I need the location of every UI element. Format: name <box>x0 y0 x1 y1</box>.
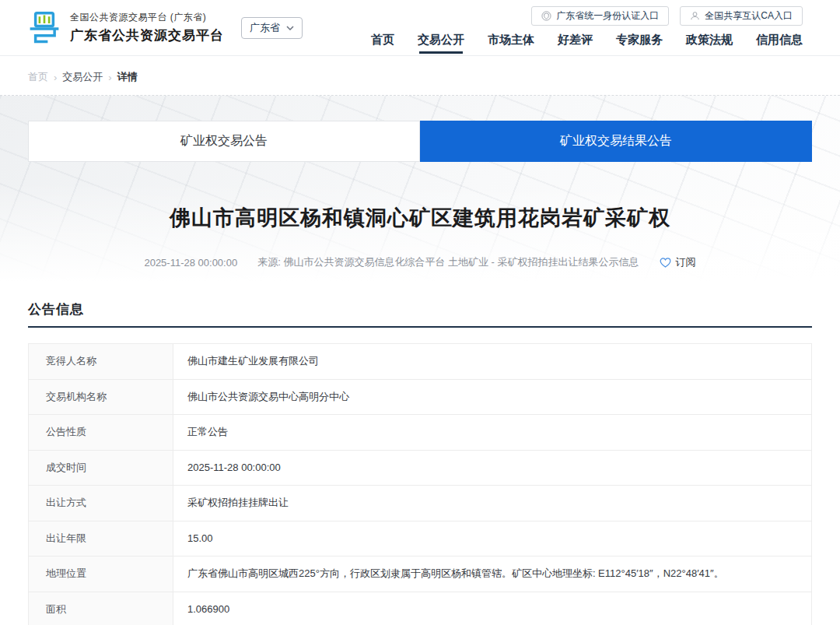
breadcrumb-item-2: 详情 <box>117 70 138 84</box>
section-header: 公告信息 <box>28 300 812 328</box>
auth-links: 广东省统一身份认证入口 全国共享互认CA入口 <box>531 6 803 26</box>
ca-entry-button[interactable]: 全国共享互认CA入口 <box>680 6 803 26</box>
row-label: 面积 <box>29 592 173 625</box>
tab-label: 矿业权交易结果公告 <box>560 133 672 149</box>
platform-logo-icon <box>28 10 61 46</box>
breadcrumb-separator: › <box>54 72 57 83</box>
row-label: 交易机构名称 <box>29 379 173 415</box>
tab-mining-rights-announcement[interactable]: 矿业权交易公告 <box>28 121 420 162</box>
heart-icon <box>660 258 671 268</box>
row-label: 出让年限 <box>29 521 173 557</box>
ca-entry-label: 全国共享互认CA入口 <box>705 9 793 23</box>
identity-auth-entry-button[interactable]: 广东省统一身份认证入口 <box>531 6 669 26</box>
row-value: 15.00 <box>173 521 812 557</box>
main-content: 公告信息 竞得人名称佛山市建生矿业发展有限公司交易机构名称佛山市公共资源交易中心… <box>0 300 840 625</box>
nav-item-1[interactable]: 交易公开 <box>418 33 464 54</box>
table-row: 交易机构名称佛山市公共资源交易中心高明分中心 <box>29 379 812 415</box>
row-label: 公告性质 <box>29 415 173 451</box>
breadcrumb-item-1[interactable]: 交易公开 <box>62 70 103 84</box>
table-row: 面积1.066900 <box>29 592 812 625</box>
tab-label: 矿业权交易公告 <box>180 133 268 149</box>
row-value: 采矿权招拍挂挂牌出让 <box>173 486 812 521</box>
main-nav: 首页交易公开市场主体好差评专家服务政策法规信用信息 <box>371 33 803 54</box>
row-label: 成交时间 <box>29 450 173 486</box>
site-header: 全国公共资源交易平台 (广东省) 广东省公共资源交易平台 广东省 广东省统一身份… <box>0 0 840 56</box>
article-meta: 2025-11-28 00:00:00 来源: 佛山市公共资源交易信息化综合平台… <box>28 255 812 269</box>
row-value: 2025-11-28 00:00:00 <box>173 450 812 486</box>
row-value: 佛山市公共资源交易中心高明分中心 <box>173 379 812 415</box>
region-selector-value: 广东省 <box>250 21 280 35</box>
table-row: 竞得人名称佛山市建生矿业发展有限公司 <box>29 344 812 380</box>
announcement-tabs: 矿业权交易公告 矿业权交易结果公告 <box>28 121 812 162</box>
subscribe-label: 订阅 <box>676 255 696 269</box>
nav-item-6[interactable]: 信用信息 <box>756 33 803 54</box>
subscribe-button[interactable]: 订阅 <box>660 255 696 269</box>
page-title: 佛山市高明区杨和镇洞心矿区建筑用花岗岩矿采矿权 <box>28 202 812 233</box>
table-row: 地理位置广东省佛山市高明区城西225°方向，行政区划隶属于高明区杨和镇管辖。矿区… <box>29 557 812 592</box>
nav-item-0[interactable]: 首页 <box>371 33 394 54</box>
table-row: 公告性质正常公告 <box>29 415 812 451</box>
nav-item-5[interactable]: 政策法规 <box>686 33 733 54</box>
breadcrumb-separator: › <box>108 72 111 83</box>
row-value: 正常公告 <box>173 415 812 451</box>
shield-icon <box>541 11 551 21</box>
platform-title-national: 全国公共资源交易平台 (广东省) <box>70 11 224 24</box>
nav-item-2[interactable]: 市场主体 <box>488 33 534 54</box>
row-label: 竞得人名称 <box>29 344 173 380</box>
table-row: 出让方式采矿权招拍挂挂牌出让 <box>29 486 812 521</box>
chevron-down-icon <box>286 26 294 30</box>
row-value: 佛山市建生矿业发展有限公司 <box>173 344 812 380</box>
nav-item-4[interactable]: 专家服务 <box>616 33 663 54</box>
section-title: 公告信息 <box>28 302 84 317</box>
breadcrumb-item-0[interactable]: 首页 <box>28 70 48 84</box>
row-value: 1.066900 <box>173 592 812 625</box>
tab-mining-rights-result-announcement[interactable]: 矿业权交易结果公告 <box>420 121 812 162</box>
row-value: 广东省佛山市高明区城西225°方向，行政区划隶属于高明区杨和镇管辖。矿区中心地理… <box>173 557 812 592</box>
table-row: 成交时间2025-11-28 00:00:00 <box>29 450 812 486</box>
row-label: 地理位置 <box>29 557 173 592</box>
breadcrumb: 首页›交易公开›详情 <box>0 56 840 96</box>
nav-item-3[interactable]: 好差评 <box>558 33 593 54</box>
row-label: 出让方式 <box>29 486 173 521</box>
user-icon <box>690 11 700 21</box>
platform-title-provincial: 广东省公共资源交易平台 <box>70 26 224 44</box>
announcement-info-table: 竞得人名称佛山市建生矿业发展有限公司交易机构名称佛山市公共资源交易中心高明分中心… <box>28 343 812 625</box>
region-selector[interactable]: 广东省 <box>241 17 303 39</box>
article-source: 来源: 佛山市公共资源交易信息化综合平台 土地矿业 - 采矿权招拍挂出让结果公示… <box>257 255 639 269</box>
table-row: 出让年限15.00 <box>29 521 812 557</box>
hero-section: 矿业权交易公告 矿业权交易结果公告 佛山市高明区杨和镇洞心矿区建筑用花岗岩矿采矿… <box>0 96 840 290</box>
publish-datetime: 2025-11-28 00:00:00 <box>144 257 237 269</box>
identity-auth-entry-label: 广东省统一身份认证入口 <box>556 9 659 23</box>
